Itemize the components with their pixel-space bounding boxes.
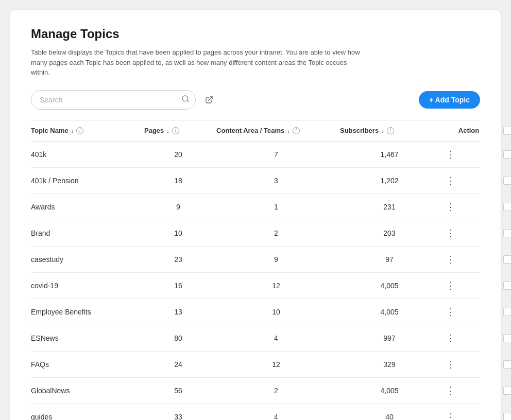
kebab-menu-button[interactable]: ⋮ [443, 147, 458, 162]
table-row: guides 33 4 40 ⋮ [31, 404, 480, 421]
col-header-subscribers[interactable]: Subscribers ↓ i [340, 127, 443, 134]
table-row: casestudy 23 9 97 ⋮ [31, 247, 480, 273]
cell-checkbox [495, 203, 511, 211]
cell-content-area: 9 [216, 255, 340, 264]
col-topic-name-label: Topic Name [31, 127, 69, 134]
kebab-menu-button[interactable]: ⋮ [443, 330, 458, 346]
info-topic-name-icon: i [76, 127, 83, 134]
table-row: GlobalNews 56 2 4,005 ⋮ [31, 378, 480, 404]
cell-action: ⋮ [443, 409, 495, 421]
header-checkbox[interactable] [503, 127, 511, 135]
page-description: Table below displays the Topics that hav… [31, 47, 361, 78]
search-area [31, 90, 217, 110]
cell-pages: 20 [144, 150, 216, 159]
cell-checkbox [495, 360, 511, 369]
kebab-menu-button[interactable]: ⋮ [443, 357, 458, 372]
col-header-action: Action [443, 127, 495, 134]
cell-subscribers: 4,005 [340, 387, 443, 395]
kebab-menu-button[interactable]: ⋮ [443, 252, 458, 267]
cell-action: ⋮ [443, 225, 495, 241]
cell-content-area: 3 [216, 177, 340, 185]
cell-subscribers: 4,005 [340, 308, 443, 316]
cell-topic-name: FAQs [31, 360, 144, 369]
cell-topic-name: GlobalNews [31, 387, 144, 395]
cell-topic-name: 401k [31, 150, 144, 159]
row-checkbox[interactable] [503, 229, 511, 237]
cell-pages: 24 [144, 360, 216, 369]
cell-checkbox [495, 387, 511, 395]
page-title: Manage Topics [31, 27, 480, 41]
svg-line-2 [209, 97, 212, 100]
table-row: Awards 9 1 231 ⋮ [31, 194, 480, 220]
cell-checkbox [495, 334, 511, 342]
col-header-content-area[interactable]: Content Area / Teams ↓ i [216, 127, 340, 134]
toolbar: + Add Topic [31, 90, 480, 110]
cell-checkbox [495, 177, 511, 185]
cell-topic-name: 401k / Pension [31, 177, 144, 185]
table-row: 401k 20 7 1,467 ⋮ [31, 142, 480, 168]
cell-topic-name: Employee Benefits [31, 308, 144, 316]
search-input[interactable] [31, 90, 196, 110]
search-input-wrapper [31, 90, 196, 110]
cell-topic-name: Brand [31, 229, 144, 237]
cell-action: ⋮ [443, 357, 495, 372]
cell-content-area: 4 [216, 334, 340, 342]
cell-checkbox [495, 308, 511, 316]
table-container: Topic Name ↓ i Pages ↓ i Content Area / … [31, 120, 480, 421]
cell-pages: 80 [144, 334, 216, 342]
cell-content-area: 1 [216, 203, 340, 211]
cell-action: ⋮ [443, 147, 495, 162]
cell-pages: 16 [144, 282, 216, 290]
row-checkbox[interactable] [503, 387, 511, 395]
cell-action: ⋮ [443, 173, 495, 188]
kebab-menu-button[interactable]: ⋮ [443, 225, 458, 241]
cell-checkbox [495, 413, 511, 421]
cell-subscribers: 203 [340, 229, 443, 237]
sort-subscribers-icon: ↓ [381, 128, 384, 134]
cell-content-area: 2 [216, 229, 340, 237]
cell-topic-name: casestudy [31, 255, 144, 264]
row-checkbox[interactable] [503, 255, 511, 264]
cell-subscribers: 97 [340, 255, 443, 264]
cell-subscribers: 997 [340, 334, 443, 342]
row-checkbox[interactable] [503, 150, 511, 159]
cell-subscribers: 1,202 [340, 177, 443, 185]
kebab-menu-button[interactable]: ⋮ [443, 383, 458, 398]
row-checkbox[interactable] [503, 282, 511, 290]
cell-content-area: 10 [216, 308, 340, 316]
col-header-pages[interactable]: Pages ↓ i [144, 127, 216, 134]
cell-topic-name: covid-19 [31, 282, 144, 290]
kebab-menu-button[interactable]: ⋮ [443, 278, 458, 293]
cell-subscribers: 329 [340, 360, 443, 369]
table-row: ESNews 80 4 997 ⋮ [31, 325, 480, 352]
cell-pages: 23 [144, 255, 216, 264]
kebab-menu-button[interactable]: ⋮ [443, 409, 458, 421]
add-topic-button[interactable]: + Add Topic [419, 91, 480, 109]
kebab-menu-button[interactable]: ⋮ [443, 304, 458, 320]
cell-topic-name: Awards [31, 203, 144, 211]
cell-pages: 9 [144, 203, 216, 211]
row-checkbox[interactable] [503, 360, 511, 369]
table-row: Brand 10 2 203 ⋮ [31, 220, 480, 247]
cell-content-area: 7 [216, 150, 340, 159]
row-checkbox[interactable] [503, 334, 511, 342]
table-body: 401k 20 7 1,467 ⋮ 401k / Pension 18 3 1,… [31, 142, 480, 421]
col-header-topic-name[interactable]: Topic Name ↓ i [31, 127, 144, 134]
cell-subscribers: 4,005 [340, 282, 443, 290]
cell-topic-name: guides [31, 413, 144, 421]
cell-checkbox [495, 229, 511, 237]
row-checkbox[interactable] [503, 413, 511, 421]
row-checkbox[interactable] [503, 177, 511, 185]
sort-content-area-icon: ↓ [287, 128, 290, 134]
row-checkbox[interactable] [503, 203, 511, 211]
col-header-checkbox [495, 127, 511, 135]
kebab-menu-button[interactable]: ⋮ [443, 173, 458, 188]
info-subscribers-icon: i [387, 127, 394, 134]
cell-checkbox [495, 255, 511, 264]
external-link-icon[interactable] [201, 92, 217, 108]
kebab-menu-button[interactable]: ⋮ [443, 199, 458, 215]
cell-action: ⋮ [443, 383, 495, 398]
row-checkbox[interactable] [503, 308, 511, 316]
cell-pages: 18 [144, 177, 216, 185]
cell-pages: 56 [144, 387, 216, 395]
